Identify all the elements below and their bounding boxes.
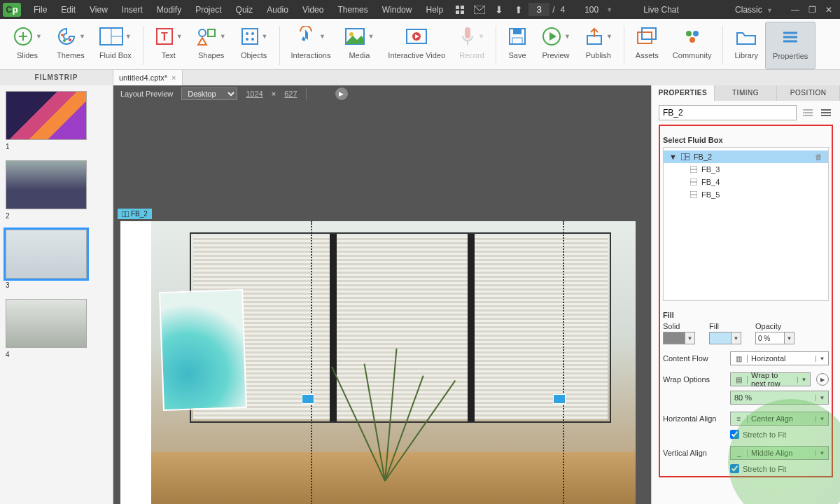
stretch-vertical-checkbox[interactable] bbox=[730, 464, 739, 473]
workspace-switcher[interactable]: Classic ▼ bbox=[728, 5, 780, 15]
ribbon-text[interactable]: T▼ Text bbox=[148, 22, 190, 69]
menu-edit[interactable]: Edit bbox=[54, 5, 83, 15]
fluidbox-highlighted-section: Select Fluid Box ▼ FB_2 🗑 FB_3 FB_4 bbox=[659, 125, 833, 477]
ribbon-interactive-video[interactable]: Interactive Video bbox=[381, 22, 452, 69]
sync-up-icon[interactable]: ⬆ bbox=[511, 2, 526, 18]
canvas-viewport[interactable]: FB_2 bbox=[113, 102, 651, 504]
horizontal-align-value: Center Align bbox=[748, 414, 816, 423]
stretch-horizontal-checkbox[interactable] bbox=[730, 430, 739, 439]
svg-point-52 bbox=[803, 115, 804, 116]
ribbon-themes[interactable]: ▼ Themes bbox=[49, 22, 92, 69]
live-chat-button[interactable]: Live Chat bbox=[636, 5, 686, 15]
delete-icon[interactable]: 🗑 bbox=[815, 153, 822, 161]
ribbon-objects[interactable]: ▼ Objects bbox=[233, 22, 275, 69]
ribbon-community[interactable]: Community bbox=[666, 22, 719, 69]
svg-point-41 bbox=[690, 37, 695, 43]
horizontal-align-select[interactable]: ≡ Center Align ▼ bbox=[730, 412, 829, 426]
ribbon-media[interactable]: ▼ Media bbox=[337, 22, 381, 69]
fill-color-swatch[interactable]: ▼ bbox=[709, 332, 741, 344]
object-name-input[interactable] bbox=[659, 105, 797, 120]
wrap-play-icon[interactable]: ▶ bbox=[816, 373, 829, 386]
tree-item-label: FB_5 bbox=[701, 190, 720, 199]
grid-icon[interactable] bbox=[452, 2, 468, 18]
close-icon[interactable]: ✕ bbox=[820, 2, 837, 18]
wall-picture bbox=[159, 289, 247, 411]
canvas-width[interactable]: 1024 bbox=[246, 90, 262, 98]
tree-item-fb2[interactable]: ▼ FB_2 🗑 bbox=[664, 150, 828, 163]
slide-thumbnail-2[interactable] bbox=[6, 160, 87, 209]
tree-item-label: FB_2 bbox=[694, 153, 712, 161]
menu-help[interactable]: Help bbox=[419, 5, 450, 15]
ribbon-library[interactable]: Library bbox=[727, 22, 765, 69]
menu-project[interactable]: Project bbox=[188, 5, 228, 15]
slide-thumbnail-1[interactable] bbox=[6, 91, 87, 140]
ribbon-interactions-label: Interactions bbox=[291, 51, 331, 59]
svg-point-25 bbox=[349, 32, 354, 36]
ribbon-publish[interactable]: ▼ Publish bbox=[578, 22, 620, 69]
menu-audio[interactable]: Audio bbox=[260, 5, 295, 15]
slide-thumbnail-3[interactable] bbox=[6, 230, 87, 279]
ribbon-preview[interactable]: ▼ Preview bbox=[534, 22, 578, 69]
filmstrip-header: FILMSTRIP bbox=[0, 70, 113, 85]
vertical-align-select[interactable]: ⎯ Middle Align ▼ bbox=[730, 446, 829, 460]
svg-rect-1 bbox=[461, 6, 464, 9]
content-flow-select[interactable]: ▥ Horizontal ▼ bbox=[730, 351, 829, 365]
fluidbox-handle-left[interactable] bbox=[302, 394, 314, 404]
ribbon-fluidbox[interactable]: ▼ Fluid Box bbox=[92, 22, 139, 69]
wrap-percent-input[interactable]: 80 % ▼ bbox=[730, 391, 829, 405]
menu-quiz[interactable]: Quiz bbox=[229, 5, 260, 15]
wrap-options-select[interactable]: ▤ Wrap to next row ▼ bbox=[730, 372, 811, 386]
slide-thumbnail-4[interactable] bbox=[6, 299, 87, 348]
solid-fill-swatch[interactable]: ▼ bbox=[663, 332, 695, 344]
slide-num-2: 2 bbox=[6, 212, 107, 220]
app-logo: Cp bbox=[3, 3, 21, 17]
opacity-input[interactable]: 0 %▼ bbox=[755, 332, 794, 344]
ribbon-slides[interactable]: ▼ Slides bbox=[6, 22, 49, 69]
expand-icon[interactable]: ▼ bbox=[669, 153, 677, 161]
document-tab[interactable]: untitled4.cptx* × bbox=[113, 70, 183, 85]
tree-item-fb4[interactable]: FB_4 bbox=[664, 176, 828, 188]
canvas-height[interactable]: 627 bbox=[284, 90, 297, 98]
menu-view[interactable]: View bbox=[83, 5, 115, 15]
tab-timing[interactable]: TIMING bbox=[715, 85, 778, 101]
tree-item-fb3[interactable]: FB_3 bbox=[664, 163, 828, 176]
stretch-vertical-label: Stretch to Fit bbox=[743, 465, 786, 473]
ribbon-shapes[interactable]: ▼ Shapes bbox=[190, 22, 233, 69]
child-icon bbox=[690, 191, 697, 198]
slide-number-input[interactable] bbox=[528, 3, 550, 16]
tab-close-icon[interactable]: × bbox=[172, 74, 176, 82]
ribbon-assets[interactable]: Assets bbox=[629, 22, 666, 69]
menu-video[interactable]: Video bbox=[295, 5, 330, 15]
maximize-icon[interactable]: ❐ bbox=[804, 2, 820, 18]
fill-label: Fill bbox=[709, 322, 741, 330]
tab-properties[interactable]: PROPERTIES bbox=[652, 85, 715, 101]
menu-file[interactable]: File bbox=[27, 5, 54, 15]
fluidbox-tree: ▼ FB_2 🗑 FB_3 FB_4 FB bbox=[663, 147, 829, 301]
mail-icon[interactable] bbox=[472, 2, 487, 18]
play-preview-icon[interactable]: ▶ bbox=[335, 88, 348, 100]
sync-down-icon[interactable]: ⬇ bbox=[491, 2, 507, 18]
device-preview-select[interactable]: Desktop bbox=[181, 88, 237, 100]
ribbon-interactions[interactable]: ▼ Interactions bbox=[284, 22, 338, 69]
ribbon-save[interactable]: Save bbox=[500, 22, 534, 69]
menu-modify[interactable]: Modify bbox=[150, 5, 188, 15]
fluidbox-handle-right[interactable] bbox=[553, 394, 566, 404]
svg-marker-35 bbox=[550, 32, 556, 41]
list-icon[interactable] bbox=[801, 106, 815, 120]
tab-position[interactable]: POSITION bbox=[777, 85, 840, 101]
tree-item-label: FB_3 bbox=[701, 165, 720, 174]
minimize-icon[interactable]: — bbox=[787, 2, 804, 18]
menu-window[interactable]: Window bbox=[375, 5, 419, 15]
ribbon-properties[interactable]: Properties bbox=[765, 22, 816, 69]
wrap-options-value: Wrap to next row bbox=[748, 371, 797, 388]
document-tab-label: untitled4.cptx* bbox=[119, 74, 167, 82]
slide-canvas[interactable]: FB_2 bbox=[120, 221, 636, 504]
fluidbox-tag[interactable]: FB_2 bbox=[118, 209, 152, 219]
content-flow-value: Horizontal bbox=[748, 354, 816, 363]
tree-item-fb5[interactable]: FB_5 bbox=[664, 188, 828, 201]
zoom-caret-icon[interactable]: ▼ bbox=[603, 6, 615, 13]
menu-themes[interactable]: Themes bbox=[330, 5, 374, 15]
menu-insert[interactable]: Insert bbox=[115, 5, 150, 15]
menu-icon[interactable] bbox=[819, 106, 833, 120]
ribbon-record[interactable]: ▼ Record bbox=[452, 22, 491, 69]
